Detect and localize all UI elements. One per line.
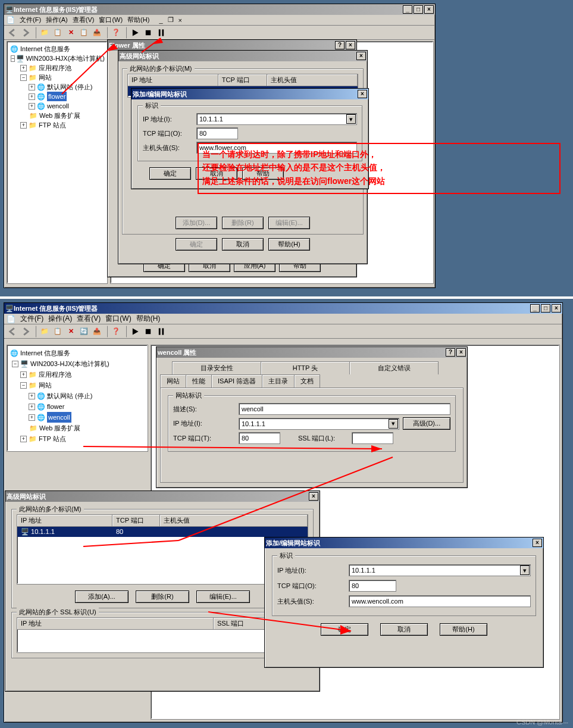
expand-icon[interactable]: + — [20, 65, 27, 71]
add-button[interactable]: 添加(A)... — [75, 590, 129, 603]
export-button[interactable]: 📤 — [91, 27, 103, 39]
props-button[interactable]: 📋 — [52, 326, 64, 338]
col-ip[interactable]: IP 地址 — [128, 74, 218, 86]
tree-site-flower[interactable]: +🌐flower — [10, 401, 145, 412]
play-button[interactable] — [129, 27, 141, 39]
tree-apppool[interactable]: +📁应用程序池 — [10, 63, 105, 73]
chevron-down-icon[interactable]: ▾ — [389, 419, 398, 429]
help-button[interactable]: 帮助 — [242, 167, 284, 180]
help-button[interactable]: 帮助(H) — [268, 238, 310, 251]
expand-icon[interactable]: + — [29, 414, 35, 421]
close-button[interactable]: × — [358, 90, 367, 98]
forward-button[interactable] — [20, 326, 32, 338]
titlebar[interactable]: 🖥️ Internet 信息服务(IIS)管理器 _ □ × — [4, 303, 562, 314]
delete-button[interactable]: 删除(R) — [222, 217, 264, 229]
expand-icon[interactable]: + — [20, 436, 27, 442]
stop-button[interactable] — [142, 27, 154, 39]
list-row[interactable]: 🖥️ 10.1.1.1 80 — [17, 527, 308, 537]
tree-webext[interactable]: 📁Web 服务扩展 — [10, 423, 145, 433]
chevron-down-icon[interactable]: ▾ — [346, 114, 356, 124]
port-input[interactable]: 80 — [349, 580, 396, 592]
maximize-button[interactable]: □ — [414, 5, 423, 14]
help-button[interactable]: ? — [335, 41, 345, 49]
ok-button[interactable]: 确定 — [321, 623, 368, 636]
tab-security[interactable]: 目录安全性 — [172, 361, 261, 374]
host-input[interactable]: www.flower.com — [196, 142, 357, 154]
tab-website[interactable]: 网站 — [160, 374, 186, 388]
titlebar[interactable]: 🖥️ Internet 信息服务(IIS)管理器 _ □ × — [4, 4, 435, 15]
edit-button[interactable]: 编辑(E)... — [196, 590, 250, 603]
ip-combo[interactable]: 10.1.1.1▾ — [239, 418, 399, 430]
stop-button[interactable] — [142, 326, 154, 338]
tree-ftp[interactable]: +📁FTP 站点 — [10, 120, 105, 130]
tree[interactable]: 🌐Internet 信息服务 −🖥️WIN2003-HJX(本地计算机) +📁应… — [7, 345, 148, 446]
titlebar[interactable]: 高级网站标识 × — [5, 491, 320, 502]
tab-errors[interactable]: 自定义错误 — [349, 361, 439, 374]
tab-http[interactable]: HTTP 头 — [261, 361, 350, 374]
close-button[interactable]: × — [309, 492, 318, 501]
col-port[interactable]: TCP 端口 — [218, 74, 267, 86]
menu-window[interactable]: 窗口(W) — [105, 314, 131, 324]
expand-icon[interactable]: + — [29, 393, 35, 399]
play-button[interactable] — [129, 326, 141, 338]
desc-input[interactable]: wencoll — [239, 403, 450, 415]
minimize-button[interactable]: _ — [403, 5, 412, 14]
tree-sites[interactable]: −📁网站 — [10, 73, 105, 82]
tree-ftp[interactable]: +📁FTP 站点 — [10, 433, 145, 444]
expand-icon[interactable]: + — [20, 122, 27, 129]
titlebar[interactable]: Flower 属性 ? × — [108, 40, 356, 51]
minimize-button[interactable]: _ — [530, 304, 540, 313]
close-button[interactable]: × — [456, 348, 466, 357]
ip-combo[interactable]: 10.1.1.1▾ — [196, 113, 357, 125]
back-button[interactable] — [7, 27, 18, 39]
menu-view[interactable]: 查看(V) — [77, 314, 101, 324]
tree-server[interactable]: −🖥️WIN2003-HJX(本地计算机) — [10, 358, 145, 369]
tree-sites[interactable]: −📁网站 — [10, 380, 145, 390]
maximize-button[interactable]: □ — [541, 304, 550, 313]
cancel-button[interactable]: 取消 — [380, 623, 428, 636]
collapse-icon[interactable]: − — [20, 382, 27, 389]
collapse-icon[interactable]: − — [12, 361, 18, 367]
tree[interactable]: 🌐Internet 信息服务 −🖥️WIN2003-HJX(本地计算机) +📁应… — [7, 42, 107, 132]
close-button[interactable]: × — [533, 539, 542, 547]
forward-button[interactable] — [20, 27, 32, 39]
advanced-button[interactable]: 高级(D)... — [403, 417, 450, 430]
back-button[interactable] — [7, 326, 18, 338]
ssl-input[interactable] — [352, 432, 393, 444]
expand-icon[interactable]: + — [29, 404, 35, 410]
col-port[interactable]: TCP 端口 — [112, 515, 160, 526]
props-button[interactable]: 📋 — [52, 27, 64, 39]
edit-button[interactable]: 编辑(E)... — [268, 217, 310, 229]
col-host[interactable]: 主机头值 — [267, 74, 358, 86]
cancel-button[interactable]: 取消 — [222, 238, 264, 251]
pause-button[interactable] — [155, 326, 167, 338]
col-ip[interactable]: IP 地址 — [17, 515, 112, 526]
ok-button[interactable]: 确定 — [176, 238, 217, 251]
close-button[interactable]: × — [346, 41, 355, 49]
host-input[interactable]: www.wencoll.com — [349, 595, 531, 607]
menu-help[interactable]: 帮助(H) — [127, 15, 149, 24]
ip-combo[interactable]: 10.1.1.1▾ — [349, 564, 531, 576]
ok-button[interactable]: 确定 — [149, 167, 191, 180]
titlebar[interactable]: 高级网站标识 × — [118, 51, 367, 61]
export-button[interactable]: 📤 — [91, 326, 103, 338]
tree-site-default[interactable]: +🌐默认网站 (停止) — [10, 82, 105, 92]
tree-root[interactable]: 🌐Internet 信息服务 — [10, 44, 105, 54]
delete-button[interactable]: ✕ — [65, 27, 77, 39]
tree-server[interactable]: −🖥️WIN2003-HJX(本地计算机) — [10, 54, 105, 63]
delete-button[interactable]: 删除(R) — [136, 590, 189, 603]
expand-icon[interactable]: + — [29, 93, 35, 100]
tab-docs[interactable]: 文档 — [294, 374, 320, 388]
help-button[interactable]: ? — [446, 348, 455, 357]
menu-action[interactable]: 操作(A) — [46, 15, 68, 24]
tab-isapi[interactable]: ISAPI 筛选器 — [211, 374, 262, 388]
up-button[interactable]: 📁 — [39, 27, 51, 39]
tree-site-wencoll[interactable]: +🌐wencoll — [10, 412, 145, 423]
expand-icon[interactable]: + — [20, 371, 27, 378]
expand-icon[interactable]: + — [29, 103, 35, 110]
add-button[interactable]: 添加(D)... — [176, 217, 217, 229]
tree-root[interactable]: 🌐Internet 信息服务 — [10, 348, 145, 358]
titlebar[interactable]: wencoll 属性 ? × — [156, 347, 467, 358]
tree-apppool[interactable]: +📁应用程序池 — [10, 369, 145, 380]
mdi-minimize-button[interactable]: _ — [159, 17, 162, 24]
